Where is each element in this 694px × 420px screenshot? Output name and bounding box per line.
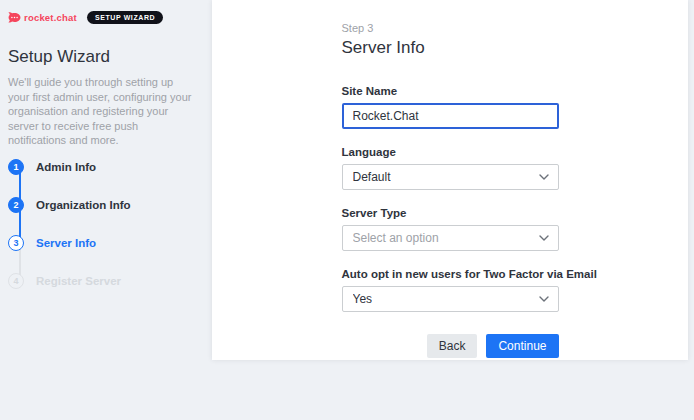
chevron-down-icon — [539, 296, 549, 302]
language-select[interactable]: Default — [342, 164, 559, 190]
chevron-down-icon — [539, 235, 549, 241]
setup-sidebar: rocket.chat SETUP WIZARD Setup Wizard We… — [0, 0, 212, 420]
server-type-select[interactable]: Select an option — [342, 225, 559, 251]
page-title: Server Info — [342, 37, 559, 59]
server-type-label: Server Type — [342, 207, 559, 220]
step-item-admin-info: 1 Admin Info — [8, 148, 204, 186]
sidebar-description: We'll guide you through setting up your … — [8, 75, 192, 148]
server-type-field-group: Server Type Select an option — [342, 207, 559, 251]
step-label: Server Info — [36, 237, 96, 249]
step-item-register-server: 4 Register Server — [8, 262, 204, 300]
sidebar-title: Setup Wizard — [8, 46, 204, 68]
setup-wizard-badge: SETUP WIZARD — [87, 11, 163, 24]
continue-button[interactable]: Continue — [486, 334, 558, 358]
rocketchat-logo-text: rocket.chat — [24, 12, 77, 23]
server-type-placeholder: Select an option — [353, 231, 439, 245]
step-label: Organization Info — [36, 199, 131, 211]
site-name-field-group: Site Name — [342, 85, 559, 129]
step-indicator: Step 3 — [342, 22, 559, 35]
chevron-down-icon — [539, 174, 549, 180]
brand-header: rocket.chat SETUP WIZARD — [8, 10, 204, 24]
two-factor-label: Auto opt in new users for Two Factor via… — [342, 268, 559, 281]
step-label: Admin Info — [36, 161, 96, 173]
back-button[interactable]: Back — [427, 334, 478, 358]
wizard-steps: 1 Admin Info 2 Organization Info 3 Serve… — [8, 148, 204, 300]
two-factor-field-group: Auto opt in new users for Two Factor via… — [342, 268, 559, 312]
step-number-badge: 3 — [8, 235, 24, 251]
language-selected-value: Default — [353, 170, 391, 184]
site-name-label: Site Name — [342, 85, 559, 98]
site-name-input[interactable] — [342, 103, 559, 129]
step-item-server-info: 3 Server Info — [8, 224, 204, 262]
language-label: Language — [342, 146, 559, 159]
step-number-badge: 4 — [8, 273, 24, 289]
step-number-badge: 2 — [8, 197, 24, 213]
server-info-card: Step 3 Server Info Site Name Language De… — [212, 0, 688, 360]
step-number-badge: 1 — [8, 159, 24, 175]
two-factor-selected-value: Yes — [353, 292, 373, 306]
step-label: Register Server — [36, 275, 121, 287]
rocketchat-logo-icon — [8, 11, 21, 24]
language-field-group: Language Default — [342, 146, 559, 190]
step-item-organization-info: 2 Organization Info — [8, 186, 204, 224]
two-factor-select[interactable]: Yes — [342, 286, 559, 312]
form-actions: Back Continue — [342, 334, 559, 358]
